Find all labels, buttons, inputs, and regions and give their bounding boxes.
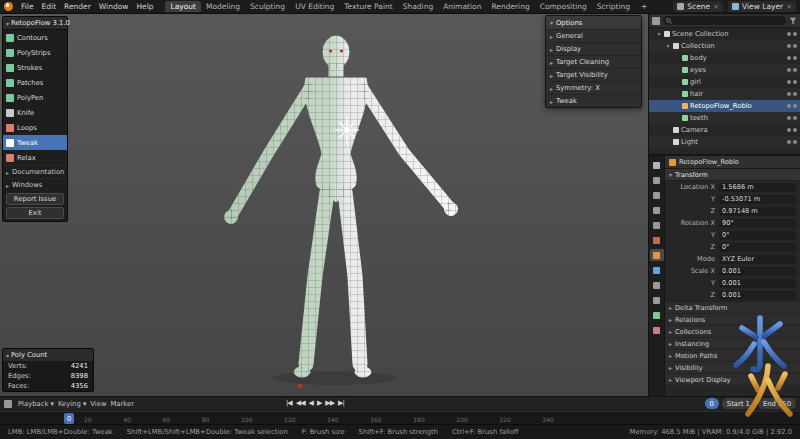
retopoflow-panel-header[interactable]: ▾ RetopoFlow 3.1.0 xyxy=(3,17,67,30)
workspace-tab[interactable]: Scripting xyxy=(592,1,635,12)
retopoflow-tool[interactable]: Knife xyxy=(3,105,67,120)
visibility-toggles[interactable] xyxy=(787,32,797,36)
retopoflow-link[interactable]: ▸ Windows xyxy=(3,178,67,191)
retopoflow-button[interactable]: Exit xyxy=(6,207,64,219)
retopoflow-tool[interactable]: Tweak xyxy=(3,135,67,150)
hide-icon[interactable] xyxy=(787,104,791,108)
outliner-editor-icon[interactable] xyxy=(652,17,660,25)
transform-value-field[interactable]: 0.001 xyxy=(719,291,796,300)
hide-icon[interactable] xyxy=(787,80,791,84)
options-menu-item[interactable]: ▸ Display xyxy=(546,42,641,55)
retopoflow-link[interactable]: ▸ Documentation xyxy=(3,165,67,178)
properties-tab[interactable] xyxy=(650,219,664,231)
workspace-tab[interactable]: Compositing xyxy=(535,1,592,12)
outliner-row[interactable]: body xyxy=(649,52,800,64)
properties-tab[interactable] xyxy=(650,234,664,246)
outliner-row[interactable]: RetopoFlow_Roblo xyxy=(649,100,800,112)
menu-item[interactable]: Window xyxy=(95,2,133,11)
properties-section-header[interactable]: ▸ Instancing xyxy=(665,337,800,349)
properties-tab[interactable] xyxy=(650,249,664,261)
transport-button[interactable]: ◀ xyxy=(309,399,313,407)
render-visibility-icon[interactable] xyxy=(793,116,797,120)
unlink-scene-icon[interactable]: × xyxy=(713,3,719,11)
menu-item[interactable]: Edit xyxy=(38,2,61,11)
visibility-toggles[interactable] xyxy=(787,68,797,72)
workspace-tab[interactable]: Layout xyxy=(165,1,201,12)
outliner-row[interactable]: hair xyxy=(649,88,800,100)
properties-section-header[interactable]: ▸ Delta Transform xyxy=(665,301,800,313)
visibility-toggles[interactable] xyxy=(787,92,797,96)
transport-button[interactable]: ▶ xyxy=(317,399,321,407)
timeline-menu-item[interactable]: Keying ▾ xyxy=(56,400,88,408)
render-visibility-icon[interactable] xyxy=(793,44,797,48)
outliner-row[interactable]: eyes xyxy=(649,64,800,76)
poly-count-header[interactable]: ▾ Poly Count xyxy=(3,349,93,361)
transform-value-field[interactable]: -0.53071 m xyxy=(719,195,796,204)
transform-value-field[interactable]: 0.001 xyxy=(719,267,796,276)
menu-item[interactable]: File xyxy=(17,2,38,11)
outliner-row[interactable]: teeth xyxy=(649,112,800,124)
visibility-toggles[interactable] xyxy=(787,116,797,120)
workspace-tab[interactable]: Shading xyxy=(398,1,438,12)
menu-item[interactable]: Help xyxy=(132,2,157,11)
properties-tab[interactable] xyxy=(650,279,664,291)
retopoflow-tool[interactable]: Contours xyxy=(3,30,67,45)
menu-item[interactable]: Render xyxy=(60,2,95,11)
render-visibility-icon[interactable] xyxy=(793,104,797,108)
outliner-row[interactable]: Camera xyxy=(649,124,800,136)
options-menu-item[interactable]: ▸ Target Cleaning xyxy=(546,55,641,68)
workspace-tab[interactable]: UV Editing xyxy=(290,1,339,12)
frame-start-field[interactable]: Start 1 xyxy=(722,398,755,409)
properties-section-header[interactable]: ▸ Relations xyxy=(665,313,800,325)
retopoflow-tool[interactable]: Patches xyxy=(3,75,67,90)
render-visibility-icon[interactable] xyxy=(793,128,797,132)
render-visibility-icon[interactable] xyxy=(793,32,797,36)
workspace-tab[interactable]: Modeling xyxy=(201,1,245,12)
properties-tab[interactable] xyxy=(650,324,664,336)
retopoflow-tool[interactable]: Strokes xyxy=(3,60,67,75)
visibility-toggles[interactable] xyxy=(787,80,797,84)
outliner-search-input[interactable] xyxy=(663,16,786,25)
transform-value-field[interactable]: 0.001 xyxy=(719,279,796,288)
transport-button[interactable]: |◀ xyxy=(286,399,292,407)
options-menu-item[interactable]: ▸ Target Visibility xyxy=(546,68,641,81)
transform-value-field[interactable]: 0° xyxy=(719,231,796,240)
visibility-toggles[interactable] xyxy=(787,140,797,144)
visibility-toggles[interactable] xyxy=(787,128,797,132)
outliner-row[interactable]: Light xyxy=(649,136,800,148)
properties-tab[interactable] xyxy=(650,294,664,306)
playhead-frame-badge[interactable]: 0 xyxy=(64,413,74,424)
hide-icon[interactable] xyxy=(787,128,791,132)
transform-value-field[interactable]: 90° xyxy=(719,219,796,228)
outliner-row[interactable]: girl xyxy=(649,76,800,88)
timeline-track[interactable]: 0 20406080100120140160180200220240 xyxy=(0,411,800,425)
frame-end-field[interactable]: End 250 xyxy=(758,398,796,409)
unlink-view-layer-icon[interactable]: × xyxy=(786,3,792,11)
transform-section-header[interactable]: ▾ Transform xyxy=(665,169,800,181)
timeline-menu-item[interactable]: Playback ▾ xyxy=(16,400,56,408)
retopoflow-tool[interactable]: Relax xyxy=(3,150,67,165)
scene-selector[interactable]: Scene × xyxy=(673,1,723,12)
hide-icon[interactable] xyxy=(787,140,791,144)
transform-value-field[interactable]: 0° xyxy=(719,243,796,252)
render-visibility-icon[interactable] xyxy=(793,80,797,84)
render-visibility-icon[interactable] xyxy=(793,56,797,60)
transform-value-field[interactable]: XYZ Euler xyxy=(719,255,796,264)
hide-icon[interactable] xyxy=(787,92,791,96)
expand-caret-icon[interactable]: ▾ xyxy=(665,43,671,49)
retopoflow-tool[interactable]: Loops xyxy=(3,120,67,135)
options-menu-item[interactable]: ▸ Tweak xyxy=(546,94,641,107)
view-layer-selector[interactable]: View Layer × xyxy=(728,1,796,12)
properties-tab[interactable] xyxy=(650,174,664,186)
timeline-editor-icon[interactable] xyxy=(4,400,12,408)
options-menu-item[interactable]: ▸ General xyxy=(546,29,641,42)
properties-tab[interactable] xyxy=(650,309,664,321)
timeline-menu-item[interactable]: View xyxy=(88,400,108,408)
transport-button[interactable]: ▶| xyxy=(338,399,344,407)
workspace-tab[interactable]: Animation xyxy=(438,1,486,12)
outliner-row[interactable]: ▾ Scene Collection xyxy=(649,28,800,40)
outliner-row[interactable]: ▾ Collection xyxy=(649,40,800,52)
blender-logo-icon[interactable] xyxy=(4,2,13,11)
properties-tab[interactable] xyxy=(650,189,664,201)
hide-icon[interactable] xyxy=(787,68,791,72)
